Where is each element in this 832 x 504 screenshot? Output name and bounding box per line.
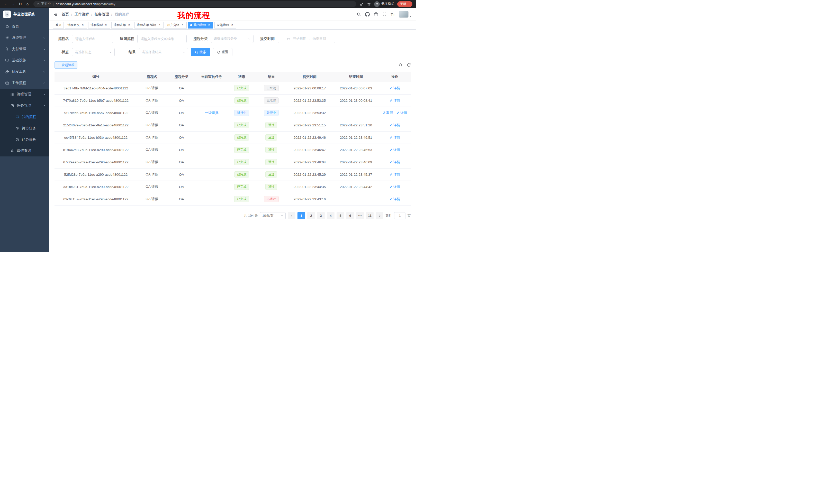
process-name-input[interactable] xyxy=(72,35,113,43)
address-bar[interactable]: 不安全 | dashboard.yudao.iocoder.cn/bpm/tas… xyxy=(33,1,356,7)
page-button[interactable]: 2 xyxy=(307,212,315,219)
help-icon[interactable] xyxy=(374,12,378,17)
status-select[interactable]: 请选择状态 xyxy=(72,48,115,56)
github-icon[interactable] xyxy=(365,12,370,17)
home-icon[interactable]: ⌂ xyxy=(24,1,31,7)
detail-link[interactable]: 详情 xyxy=(390,135,400,140)
tab-home[interactable]: 首页 xyxy=(53,22,64,29)
tab-start-process[interactable]: 发起流程× xyxy=(214,22,236,29)
page-button[interactable]: 1 xyxy=(297,212,305,219)
more-pages-button[interactable]: ••• xyxy=(356,212,364,219)
status-badge: 已完成 xyxy=(234,134,249,141)
sidebar-item-process-mgmt[interactable]: 流程管理 xyxy=(0,89,49,100)
tab-user-group[interactable]: 用户分组× xyxy=(165,22,187,29)
category-select[interactable]: 请选择流程分类 xyxy=(211,35,254,43)
next-page-button[interactable] xyxy=(375,212,383,219)
page-size-select[interactable]: 10条/页 xyxy=(260,212,286,219)
chevron-left-icon xyxy=(290,214,293,217)
detail-link[interactable]: 详情 xyxy=(390,160,400,164)
detail-link[interactable]: 详情 xyxy=(390,172,400,177)
search-icon[interactable] xyxy=(357,12,361,17)
forward-icon[interactable]: → xyxy=(10,1,17,7)
key-icon[interactable] xyxy=(360,2,364,6)
close-icon[interactable]: × xyxy=(230,23,234,27)
detail-link[interactable]: 详情 xyxy=(390,123,400,128)
breadcrumb-task-mgmt[interactable]: 任务管理 xyxy=(95,12,109,17)
sidebar-item-workflow[interactable]: 工作流程 xyxy=(0,77,49,89)
reload-icon[interactable]: ↻ xyxy=(17,1,24,7)
sidebar-item-infra[interactable]: 基础设施 xyxy=(0,55,49,66)
process-def-input[interactable] xyxy=(137,35,187,43)
detail-link[interactable]: 详情 xyxy=(390,147,400,152)
tab-process-form-edit[interactable]: 流程表单-编辑× xyxy=(134,22,163,29)
sidebar-item-payment[interactable]: 支付管理 xyxy=(0,44,49,55)
briefcase-icon xyxy=(5,81,9,85)
sidebar-item-system[interactable]: 系统管理 xyxy=(0,32,49,44)
sidebar-item-devtools[interactable]: 研发工具 xyxy=(0,66,49,77)
date-range-picker[interactable]: 开始日期 - 结束日期 xyxy=(278,35,335,43)
page-button[interactable]: 6 xyxy=(346,212,354,219)
sidebar-item-done-tasks[interactable]: 已办任务 xyxy=(0,134,49,145)
refresh-list-icon[interactable] xyxy=(407,63,411,67)
create-process-button[interactable]: 发起流程 xyxy=(54,61,77,68)
detail-link[interactable]: 详情 xyxy=(396,110,407,115)
bookmark-star-icon[interactable] xyxy=(367,2,371,6)
tab-my-process[interactable]: 我的流程× xyxy=(188,22,213,29)
close-icon[interactable]: × xyxy=(158,23,161,27)
close-icon[interactable]: × xyxy=(104,23,108,27)
result-select[interactable]: 请选择流结果 xyxy=(139,48,188,56)
table-row: 3ad174fb-7b9d-11ec-8404-acde48001122 OA … xyxy=(54,82,411,94)
result-badge: 通过 xyxy=(265,134,277,141)
sidebar-item-dashboard[interactable]: 首页 xyxy=(0,21,49,32)
breadcrumb: 首页 / 工作流程 / 任务管理 / 我的流程 xyxy=(62,12,129,17)
sidebar-item-task-mgmt[interactable]: 任务管理 xyxy=(0,100,49,111)
page-button[interactable]: 11 xyxy=(366,212,373,219)
page-button[interactable]: 4 xyxy=(327,212,335,219)
security-warning[interactable]: 不安全 xyxy=(36,2,51,6)
app-title: 芋道管理系统 xyxy=(14,12,35,17)
refresh-icon xyxy=(217,51,220,54)
result-badge: 已取消 xyxy=(264,85,279,91)
toggle-search-icon[interactable] xyxy=(398,63,402,67)
prev-page-button[interactable] xyxy=(288,212,295,219)
detail-link[interactable]: 详情 xyxy=(390,86,400,90)
page-button[interactable]: 3 xyxy=(317,212,325,219)
cancel-link[interactable]: 取消 xyxy=(383,110,393,115)
chevron-down-icon xyxy=(43,71,46,73)
status-badge: 已完成 xyxy=(234,159,249,165)
close-icon[interactable]: × xyxy=(81,23,85,27)
chevron-up-icon xyxy=(43,82,46,85)
tab-process-definition[interactable]: 流程定义× xyxy=(65,22,87,29)
update-button[interactable]: 更新 ⋮ xyxy=(397,1,412,7)
back-icon[interactable]: ← xyxy=(3,1,9,7)
browser-menu-icon[interactable]: ⋮ xyxy=(408,2,411,6)
current-task-link[interactable]: 一级审批 xyxy=(205,111,218,115)
col-actions: 操作 xyxy=(379,72,411,82)
table-row: ec45f38f-7b9a-11ec-b03b-acde48001122 OA … xyxy=(54,131,411,144)
sidebar-item-todo-tasks[interactable]: 待办任务 xyxy=(0,122,49,134)
topbar: 首页 / 工作流程 / 任务管理 / 我的流程 我的流程 xyxy=(49,8,416,21)
detail-link[interactable]: 详情 xyxy=(390,98,400,103)
tab-process-form[interactable]: 流程表单× xyxy=(111,22,133,29)
table-row: 03c6c157-7b9a-11ec-a290-acde48001122 OA … xyxy=(54,193,411,205)
logo[interactable]: 芋道管理系统 xyxy=(0,8,49,21)
sidebar-item-leave-query[interactable]: 请假查询 xyxy=(0,145,49,157)
detail-link[interactable]: 详情 xyxy=(390,185,400,189)
sidebar-toggle-icon[interactable] xyxy=(49,12,62,17)
sidebar-item-my-process[interactable]: 我的流程 xyxy=(0,111,49,122)
page-button[interactable]: 5 xyxy=(337,212,344,219)
reset-button[interactable]: 重置 xyxy=(213,48,232,56)
tab-process-model[interactable]: 流程模型× xyxy=(88,22,110,29)
close-icon[interactable]: × xyxy=(127,23,131,27)
breadcrumb-home[interactable]: 首页 xyxy=(62,12,69,17)
close-icon[interactable]: × xyxy=(207,23,211,27)
user-menu[interactable] xyxy=(399,11,412,18)
font-size-icon[interactable]: TT xyxy=(391,12,395,17)
detail-link[interactable]: 详情 xyxy=(390,197,400,201)
search-button[interactable]: 搜索 xyxy=(191,48,210,56)
chevron-down-icon xyxy=(183,51,185,54)
goto-page-input[interactable] xyxy=(394,212,406,219)
breadcrumb-workflow[interactable]: 工作流程 xyxy=(75,12,89,17)
fullscreen-icon[interactable] xyxy=(382,12,387,17)
close-icon[interactable]: × xyxy=(181,23,184,27)
